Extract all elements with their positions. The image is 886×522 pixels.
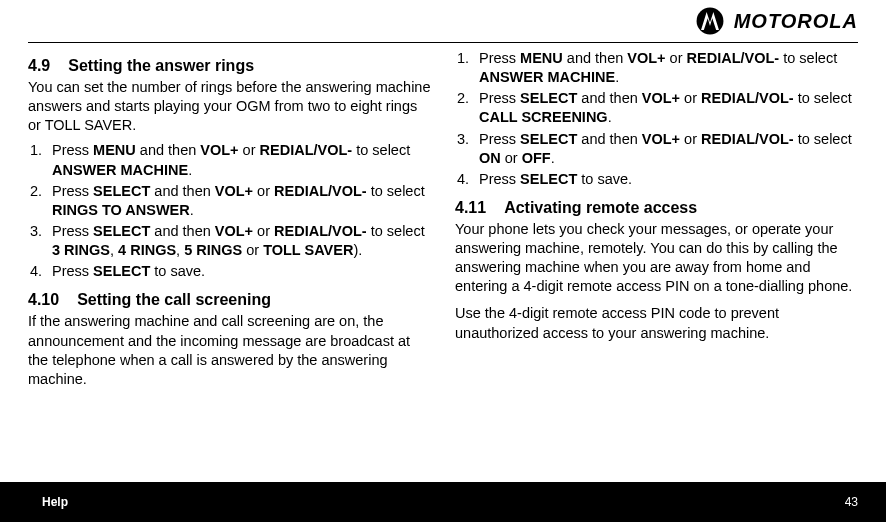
footer-section-label: Help: [42, 495, 68, 509]
list-item: Press MENU and then VOL+ or REDIAL/VOL- …: [28, 141, 431, 179]
list-item: Press SELECT to save.: [28, 262, 431, 281]
section-4-10-title: 4.10 Setting the call screening: [28, 289, 431, 310]
section-4-9-intro: You can set the number of rings before t…: [28, 78, 431, 135]
section-4-11-title: 4.11 Activating remote access: [455, 197, 858, 218]
list-item: Press SELECT to save.: [455, 170, 858, 189]
section-4-10-steps: Press MENU and then VOL+ or REDIAL/VOL- …: [455, 49, 858, 189]
footer: Help 43: [0, 482, 886, 522]
header-divider: [28, 42, 858, 43]
header: MOTOROLA: [0, 0, 886, 42]
section-heading: Setting the answer rings: [68, 55, 254, 76]
section-4-11-p2: Use the 4-digit remote access PIN code t…: [455, 304, 858, 342]
motorola-logo-icon: [696, 7, 724, 35]
svg-point-0: [696, 8, 723, 35]
page-content: 4.9 Setting the answer rings You can set…: [0, 49, 886, 395]
left-column: 4.9 Setting the answer rings You can set…: [28, 49, 431, 395]
list-item: Press MENU and then VOL+ or REDIAL/VOL- …: [455, 49, 858, 87]
section-heading: Activating remote access: [504, 197, 697, 218]
list-item: Press SELECT and then VOL+ or REDIAL/VOL…: [28, 182, 431, 220]
section-4-10-intro: If the answering machine and call screen…: [28, 312, 431, 389]
brand-name: MOTOROLA: [734, 10, 858, 33]
list-item: Press SELECT and then VOL+ or REDIAL/VOL…: [455, 130, 858, 168]
section-heading: Setting the call screening: [77, 289, 271, 310]
section-4-9-steps: Press MENU and then VOL+ or REDIAL/VOL- …: [28, 141, 431, 281]
list-item: Press SELECT and then VOL+ or REDIAL/VOL…: [455, 89, 858, 127]
section-4-9-title: 4.9 Setting the answer rings: [28, 55, 431, 76]
section-number: 4.10: [28, 289, 59, 310]
page-number: 43: [845, 495, 858, 509]
section-number: 4.11: [455, 197, 486, 218]
section-4-11-p1: Your phone lets you check your messages,…: [455, 220, 858, 297]
section-number: 4.9: [28, 55, 50, 76]
right-column: Press MENU and then VOL+ or REDIAL/VOL- …: [455, 49, 858, 395]
list-item: Press SELECT and then VOL+ or REDIAL/VOL…: [28, 222, 431, 260]
